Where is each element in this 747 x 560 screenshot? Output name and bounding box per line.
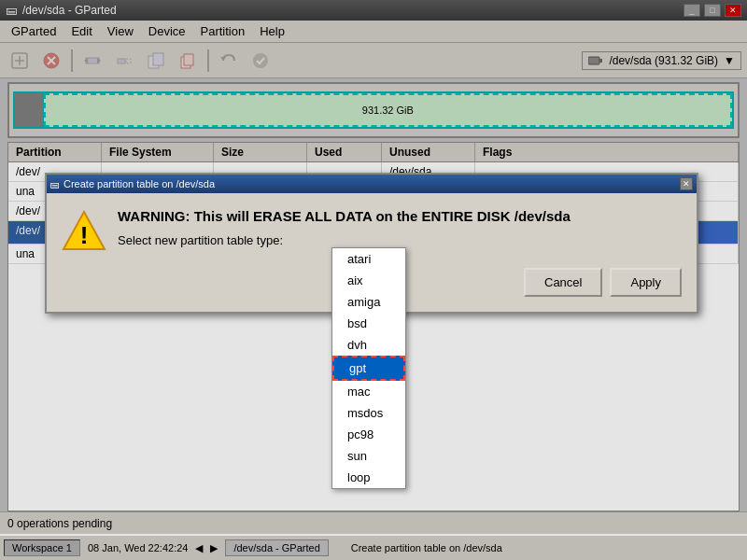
dropdown-item-sun[interactable]: sun — [332, 445, 405, 467]
dropdown-item-mac[interactable]: mac — [332, 381, 405, 402]
warning-title: WARNING: This will ERASE ALL DATA on the… — [118, 208, 571, 224]
dialog-close-button[interactable]: ✕ — [680, 177, 693, 190]
dialog-titlebar: 🖴 Create partition table on /dev/sda ✕ — [47, 175, 697, 193]
dropdown-item-dvh[interactable]: dvh — [332, 334, 405, 356]
dropdown-item-atari[interactable]: atari — [332, 248, 405, 270]
dropdown-item-bsd[interactable]: bsd — [332, 313, 405, 334]
dropdown-item-loop[interactable]: loop — [332, 467, 405, 488]
cancel-button[interactable]: Cancel — [524, 268, 602, 297]
dropdown-item-pc98[interactable]: pc98 — [332, 424, 405, 445]
warning-icon: ! — [62, 208, 106, 253]
partition-type-dropdown: atari aix amiga bsd dvh gpt mac msdos pc… — [331, 247, 406, 489]
dialog-title-text: Create partition table on /dev/sda — [63, 178, 215, 189]
warning-area: ! WARNING: This will ERASE ALL DATA on t… — [62, 208, 682, 253]
warning-text-area: WARNING: This will ERASE ALL DATA on the… — [118, 208, 571, 247]
svg-text:!: ! — [80, 221, 89, 249]
dropdown-item-amiga[interactable]: amiga — [332, 291, 405, 313]
dialog-title-icon: 🖴 — [50, 179, 60, 189]
dropdown-item-gpt[interactable]: gpt — [332, 356, 405, 381]
dropdown-item-msdos[interactable]: msdos — [332, 402, 405, 424]
apply-dialog-button[interactable]: Apply — [610, 268, 682, 297]
dropdown-item-aix[interactable]: aix — [332, 270, 405, 291]
warning-body: Select new partition table type: — [118, 233, 571, 247]
